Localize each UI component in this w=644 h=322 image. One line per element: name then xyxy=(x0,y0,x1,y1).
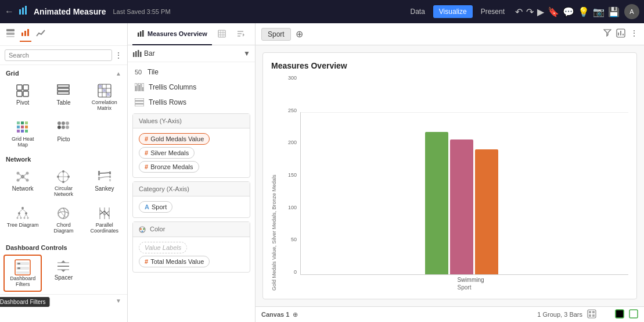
mid-category-header: Category (X-Axis) xyxy=(133,182,250,196)
search-more-icon[interactable]: ⋮ xyxy=(114,51,123,60)
sport-label: Sport xyxy=(152,203,167,210)
mid-values-section: Values (Y-Axis) # Gold Medals Value # Si… xyxy=(132,113,250,178)
mid-trellis-rows-item[interactable]: Trellis Rows xyxy=(128,95,255,110)
nav-visualize[interactable]: Visualize xyxy=(433,5,473,18)
mid-tab-measures[interactable]: Measures Overview xyxy=(132,23,212,45)
bottom-icon-4[interactable] xyxy=(629,309,638,320)
parallel-coordinates-item[interactable]: Parallel Coordinates xyxy=(85,203,124,237)
undo-icon[interactable]: ↶ xyxy=(515,6,523,17)
mid-tile-item[interactable]: 50 Tile xyxy=(128,65,255,80)
comment-icon[interactable]: 💬 xyxy=(563,6,574,17)
more-options-icon[interactable]: ⋮ xyxy=(630,28,638,40)
bar-bronze-swimming[interactable] xyxy=(475,149,498,274)
analytics-icon[interactable] xyxy=(616,28,625,40)
total-medals-hash: # xyxy=(145,258,148,265)
bronze-medals-pill[interactable]: # Bronze Medals xyxy=(139,161,199,173)
left-tab-layers[interactable] xyxy=(5,27,16,41)
network-item[interactable]: Network xyxy=(3,166,42,201)
svg-line-68 xyxy=(19,209,23,212)
chart-type-selector[interactable]: Bar xyxy=(144,49,241,58)
svg-rect-8 xyxy=(27,29,29,36)
svg-rect-15 xyxy=(57,92,69,94)
bulb-icon[interactable]: 💡 xyxy=(578,6,589,17)
mid-trellis-cols-item[interactable]: Trellis Columns xyxy=(128,80,255,95)
tree-diagram-item[interactable]: Tree Diagram xyxy=(3,203,42,237)
main-layout: ⋮ Grid ▲ Pivot Table xyxy=(0,23,644,322)
chord-diagram-item[interactable]: Chord Diagram xyxy=(44,203,82,237)
sport-filter-pill[interactable]: Sport xyxy=(261,28,291,41)
network-section-header: Network xyxy=(0,153,127,164)
total-medals-pill[interactable]: # Total Medals Value xyxy=(139,256,210,267)
left-tab-charts[interactable] xyxy=(20,27,31,42)
spacer-label: Spacer xyxy=(55,274,73,281)
x-axis-title: Sport xyxy=(300,283,628,291)
svg-line-72 xyxy=(24,214,26,217)
bookmark-icon[interactable]: 🔖 xyxy=(548,6,559,17)
more-scroll-down[interactable]: ▼ xyxy=(116,298,121,304)
chart-bottom: Canvas 1 ⊕ 1 Group, 3 Bars xyxy=(256,306,644,322)
spacer-item[interactable]: Spacer xyxy=(44,255,82,292)
correlation-matrix-item[interactable]: Correlation Matrix xyxy=(85,80,124,115)
back-button[interactable]: ← xyxy=(5,6,14,17)
redo-icon[interactable]: ↷ xyxy=(526,6,534,17)
grid-icon-grid: Pivot Table xyxy=(0,78,127,153)
save-icon[interactable]: 💾 xyxy=(608,6,620,17)
search-input[interactable] xyxy=(5,49,112,61)
svg-marker-87 xyxy=(61,260,66,263)
svg-rect-81 xyxy=(16,271,29,274)
grid-scroll-up[interactable]: ▲ xyxy=(116,70,121,77)
bottom-icon-2[interactable] xyxy=(601,309,610,320)
svg-rect-27 xyxy=(25,121,28,124)
y-tick-250: 250 xyxy=(282,108,299,113)
chart-type-arrow[interactable]: ▼ xyxy=(243,49,250,58)
tree-diagram-label: Tree Diagram xyxy=(7,222,39,228)
left-tab-trend[interactable] xyxy=(35,27,46,41)
svg-rect-14 xyxy=(57,88,69,91)
mid-tab-3[interactable] xyxy=(232,23,249,45)
svg-point-52 xyxy=(62,181,64,183)
svg-text:50: 50 xyxy=(135,69,142,76)
avatar[interactable]: A xyxy=(624,4,639,19)
svg-rect-110 xyxy=(135,101,144,103)
svg-rect-5 xyxy=(6,36,15,37)
bar-chart-inner: 300 250 200 150 100 50 0 xyxy=(282,75,628,291)
svg-rect-6 xyxy=(21,33,23,36)
sport-pill[interactable]: A Sport xyxy=(139,201,172,213)
table-item[interactable]: Table xyxy=(44,80,82,115)
svg-point-64 xyxy=(17,217,19,219)
add-filter-button[interactable]: ⊕ xyxy=(296,28,303,40)
sankey-item[interactable]: Sankey xyxy=(85,166,124,201)
value-labels-pill[interactable]: Value Labels xyxy=(139,242,187,253)
mid-trellis-cols-label: Trellis Columns xyxy=(149,83,196,91)
add-canvas-button[interactable]: ⊕ xyxy=(293,311,298,319)
mid-tab-2[interactable] xyxy=(213,23,231,45)
svg-rect-100 xyxy=(138,50,139,57)
filter-icon[interactable] xyxy=(603,28,611,40)
grid-section-header: Grid ▲ xyxy=(0,67,127,78)
x-label-swimming: Swimming xyxy=(325,275,617,283)
svg-point-51 xyxy=(67,176,70,178)
export-icon[interactable]: 📷 xyxy=(593,6,605,17)
bar-gold-swimming[interactable] xyxy=(425,132,448,274)
svg-rect-30 xyxy=(25,126,28,128)
dashboard-filters-item[interactable]: Dashboard Filters Dashboard Filters xyxy=(3,255,42,292)
bar-silver-swimming[interactable] xyxy=(450,139,473,274)
silver-medals-pill[interactable]: # Silver Medals xyxy=(139,147,195,159)
chart-container: Measures Overview Gold Medals Value, Sil… xyxy=(262,52,637,299)
svg-marker-88 xyxy=(61,270,66,272)
left-panel-tabs xyxy=(0,23,127,46)
y-tick-50: 50 xyxy=(282,237,299,242)
bottom-icon-1[interactable] xyxy=(587,309,596,320)
pivot-item[interactable]: Pivot xyxy=(3,80,42,115)
grid-heat-map-item[interactable]: Grid Heat Map xyxy=(3,117,42,151)
nav-present[interactable]: Present xyxy=(475,5,510,18)
mid-values-header: Values (Y-Axis) xyxy=(133,114,250,128)
mid-tab-measures-label: Measures Overview xyxy=(147,30,207,37)
circular-network-item[interactable]: Circular Network xyxy=(44,166,82,201)
svg-line-71 xyxy=(19,214,21,217)
picto-item[interactable]: Picto xyxy=(44,117,82,151)
gold-medals-pill[interactable]: # Gold Medals Value xyxy=(139,133,210,145)
nav-data[interactable]: Data xyxy=(404,5,430,18)
bottom-icon-3[interactable] xyxy=(615,309,624,320)
play-icon[interactable]: ▶ xyxy=(537,6,544,17)
